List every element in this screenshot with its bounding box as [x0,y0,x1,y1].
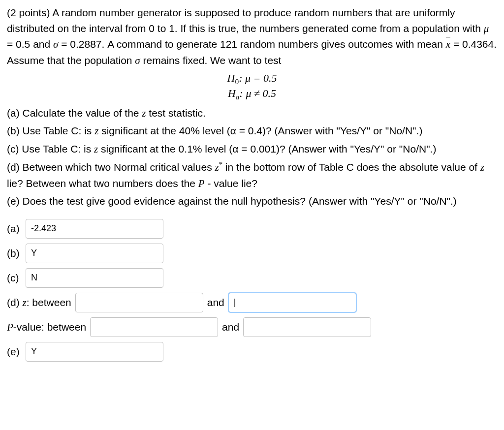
part-b: (b) Use Table C: is z significant at the… [7,123,497,139]
xbar-symbol: x [446,37,450,53]
answer-e-label: (e) [7,344,22,360]
hypothesis-block: H0: μ = 0.5 Ha: μ ≠ 0.5 [7,71,497,102]
intro-text-1: (2 points) A random number generator is … [7,7,484,34]
part-b-text: (b) Use Table C: is [7,125,94,136]
answer-b-input[interactable] [26,244,163,263]
answers-section: (a) (b) (c) (d) z: between and P-value: … [7,219,497,362]
part-c: (c) Use Table C: is z significant at the… [7,141,497,157]
ha-h: H [228,87,236,99]
answer-d-z1-input[interactable] [75,293,203,312]
d-z-symbol: z [23,297,27,308]
pvalue-label: P-value: between [7,319,86,336]
answer-c-input[interactable] [26,268,163,288]
answer-p2-input[interactable] [243,317,371,337]
alt-hypothesis: Ha: μ ≠ 0.5 [7,87,497,102]
answer-e-input[interactable] [26,342,163,362]
eq-mu: = 0.5 and [7,38,53,50]
answer-row-a: (a) [7,219,497,239]
answer-row-b: (b) [7,244,497,263]
part-a: (a) Calculate the value of the z test st… [7,105,497,122]
null-hypothesis: H0: μ = 0.5 [7,71,497,87]
p-letter: P [198,178,205,189]
answer-b-label: (b) [7,246,22,261]
part-e-text: (e) Does the test give good evidence aga… [7,195,457,207]
part-e: (e) Does the test give good evidence aga… [7,193,497,209]
answer-p1-input[interactable] [90,317,218,337]
part-a-end: test statistic. [146,107,206,119]
part-b-end: significant at the 40% level (α = 0.4)? … [98,125,422,136]
question-intro: (2 points) A random number generator is … [7,5,497,68]
z-symbol-a: z [142,107,146,119]
answer-a-input[interactable] [26,219,163,239]
part-d-2: in the bottom row of Table C does the ab… [222,161,480,173]
p-rest: -value: between [13,321,86,333]
z-symbol-c: z [94,143,98,155]
part-d: (d) Between which two Normal critical va… [7,159,497,191]
answer-a-label: (a) [7,221,22,237]
answer-row-c: (c) [7,268,497,288]
mu-symbol: μ [484,23,489,34]
p-italic: P [7,321,13,333]
z-star-sup: * [219,160,222,168]
answer-c-label: (c) [7,270,22,286]
d-label-text: (d) [7,297,23,308]
part-d-1: (d) Between which two Normal critical va… [7,161,215,173]
part-d-3: lie? Between what two numbers does the [7,178,198,189]
h0-text: : μ = 0.5 [239,72,277,84]
answer-row-d-pvalue: P-value: between and [7,317,497,337]
answer-d-label: (d) z: between [7,295,71,311]
z-symbol-d: z [480,161,484,173]
sigma-symbol-2: σ [135,55,140,66]
h0-h: H [227,72,235,84]
part-a-text: (a) Calculate the value of the [7,107,142,119]
d-between: : between [27,297,71,308]
z-star-z: z [215,161,219,173]
part-c-text: (c) Use Table C: is [7,143,94,154]
p-and-text: and [222,319,239,335]
part-c-end: significant at the 0.1% level (α = 0.001… [98,143,436,154]
eq-sigma: = 0.2887. A command to generate 121 rand… [58,38,445,50]
d-and-text: and [207,295,224,310]
sigma-symbol: σ [53,38,58,50]
answer-d-z2-input[interactable] [228,293,356,312]
part-d-4: - value lie? [205,178,257,189]
answer-row-d-z: (d) z: between and [7,293,497,312]
answer-row-e: (e) [7,342,497,362]
ha-text: : μ ≠ 0.5 [240,87,276,99]
ha-sub: a [236,93,240,101]
remains-text: remains fixed. We want to test [140,55,282,66]
